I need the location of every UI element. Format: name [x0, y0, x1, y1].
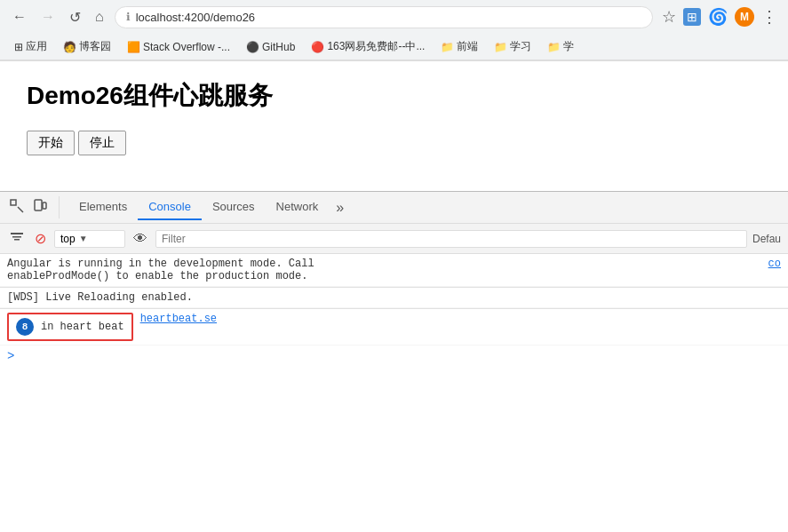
extensions-button[interactable]: ⊞ [683, 8, 701, 26]
context-label: top [60, 233, 76, 245]
console-output: Angular is running in the development mo… [0, 254, 788, 367]
default-levels-label: Defau [752, 233, 781, 245]
svg-rect-0 [11, 200, 16, 205]
console-line-heartbeat: 8 in heart beat heartbeat.se [0, 309, 788, 345]
tab-console[interactable]: Console [138, 195, 202, 220]
angular-message: Angular is running in the development mo… [7, 258, 768, 282]
home-button[interactable]: ⌂ [92, 7, 107, 27]
console-filter-input[interactable] [155, 230, 747, 248]
console-line-wds: [WDS] Live Reloading enabled. [0, 288, 788, 308]
stop-button[interactable]: 停止 [78, 131, 126, 155]
forward-button[interactable]: → [37, 7, 59, 27]
page-content: Demo26组件心跳服务 开始 停止 [0, 61, 788, 191]
console-prompt[interactable]: > [0, 345, 788, 367]
github-icon: ⚫ [246, 41, 259, 53]
nav-actions: ☆ ⊞ 🌀 M ⋮ [660, 5, 779, 28]
angular-message-link[interactable]: co [768, 258, 781, 270]
context-selector[interactable]: top ▼ [54, 230, 125, 248]
back-button[interactable]: ← [9, 7, 30, 27]
tab-elements[interactable]: Elements [68, 195, 138, 220]
stackoverflow-bookmark[interactable]: 🟧 Stack Overflow -... [122, 39, 235, 55]
url-text: localhost:4200/demo26 [136, 11, 641, 24]
heartbeat-highlight-box: 8 in heart beat [7, 313, 133, 341]
spiral-button[interactable]: 🌀 [706, 5, 729, 28]
person-icon: 🧑 [63, 41, 76, 53]
tab-network[interactable]: Network [266, 195, 330, 220]
address-bar[interactable]: ℹ localhost:4200/demo26 [115, 6, 653, 28]
folder-icon: 📁 [441, 41, 454, 53]
more-bookmark2[interactable]: 📁 学 [542, 37, 579, 56]
dropdown-arrow-icon: ▼ [79, 234, 88, 243]
apps-grid-icon: ⊞ [14, 41, 23, 53]
svg-rect-3 [43, 202, 46, 209]
wds-message: [WDS] Live Reloading enabled. [7, 291, 781, 304]
svg-rect-4 [11, 233, 23, 234]
m-button[interactable]: M [735, 7, 754, 27]
bookmarks-bar: ⊞ 应用 🧑 博客园 🟧 Stack Overflow -... ⚫ GitHu… [0, 34, 788, 60]
tab-sources[interactable]: Sources [202, 195, 266, 220]
devtools-tabs-bar: Elements Console Sources Network » [0, 192, 788, 224]
console-line-angular: Angular is running in the development mo… [0, 254, 788, 287]
heartbeat-link[interactable]: heartbeat.se [140, 313, 217, 325]
study-bookmark[interactable]: 📁 学习 [489, 37, 537, 56]
163-bookmark[interactable]: 🔴 163网易免费邮--中... [306, 37, 430, 56]
nav-bar: ← → ↺ ⌂ ℹ localhost:4200/demo26 ☆ ⊞ 🌀 M … [0, 0, 788, 34]
folder2-icon: 📁 [494, 41, 507, 53]
browser-chrome: ← → ↺ ⌂ ℹ localhost:4200/demo26 ☆ ⊞ 🌀 M … [0, 0, 788, 61]
console-toolbar: ⊘ top ▼ 👁 Defau [0, 224, 788, 254]
163-icon: 🔴 [311, 41, 324, 53]
heartbeat-badge: 8 [16, 318, 34, 336]
button-group: 开始 停止 [27, 131, 761, 155]
lock-icon: ℹ [126, 11, 131, 23]
svg-line-1 [18, 207, 23, 212]
github-bookmark[interactable]: ⚫ GitHub [241, 39, 300, 55]
devtools-panel: Elements Console Sources Network » ⊘ top… [0, 191, 788, 367]
blog-bookmark[interactable]: 🧑 博客园 [58, 37, 116, 56]
page-title: Demo26组件心跳服务 [27, 79, 761, 113]
device-toolbar-button[interactable] [30, 196, 50, 218]
svg-rect-6 [14, 239, 20, 241]
clear-console-button[interactable] [7, 227, 27, 250]
apps-bookmark[interactable]: ⊞ 应用 [9, 37, 52, 56]
svg-rect-5 [12, 236, 21, 238]
frontend-bookmark[interactable]: 📁 前端 [435, 37, 483, 56]
stackoverflow-icon: 🟧 [127, 41, 140, 53]
stop-recording-button[interactable]: ⊘ [32, 227, 49, 250]
start-button[interactable]: 开始 [27, 131, 75, 155]
devtools-icon-group [7, 196, 60, 218]
inspect-element-button[interactable] [7, 196, 27, 218]
menu-button[interactable]: ⋮ [760, 5, 779, 28]
folder3-icon: 📁 [547, 41, 561, 53]
heartbeat-message: in heart beat [41, 321, 124, 333]
more-tabs-button[interactable]: » [329, 195, 351, 221]
eye-button[interactable]: 👁 [131, 228, 150, 250]
star-button[interactable]: ☆ [660, 5, 678, 28]
reload-button[interactable]: ↺ [66, 7, 84, 28]
svg-rect-2 [35, 200, 42, 210]
